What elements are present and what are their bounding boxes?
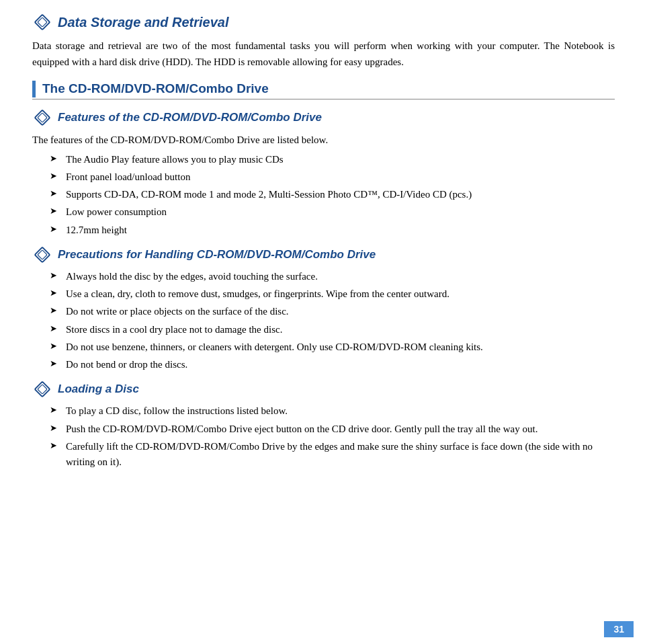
svg-rect-7 [38,385,47,394]
subsection-precautions-icon [32,245,52,265]
features-list: The Audio Play feature allows you to pla… [32,152,615,238]
loading-list: To play a CD disc, follow the instructio… [32,403,615,470]
list-item: Front panel load/unload button [52,169,615,185]
subsection-features-title-row: Features of the CD-ROM/DVD-ROM/Combo Dri… [32,108,615,128]
section-divider [32,99,615,99]
features-intro: The features of the CD-ROM/DVD-ROM/Combo… [32,132,615,148]
svg-rect-2 [35,110,50,125]
svg-rect-4 [35,247,50,263]
svg-rect-6 [35,382,50,397]
list-item: Do not use benzene, thinners, or cleaner… [52,339,615,355]
main-intro-paragraph: Data storage and retrieval are two of th… [32,38,615,70]
list-item: Always hold the disc by the edges, avoid… [52,269,615,284]
main-section-icon [32,12,52,32]
list-item: Carefully lift the CD-ROM/DVD-ROM/Combo … [52,439,615,471]
subsection-features-title: Features of the CD-ROM/DVD-ROM/Combo Dri… [58,111,322,124]
page-content: Data Storage and Retrieval Data storage … [32,12,615,470]
list-item: 12.7mm height [52,223,615,238]
list-item: Low power consumption [52,204,615,220]
list-item: Push the CD-ROM/DVD-ROM/Combo Drive ejec… [52,421,615,437]
subsection-loading-title: Loading a Disc [58,383,139,396]
list-item: Store discs in a cool dry place not to d… [52,322,615,337]
main-section-title: Data Storage and Retrieval [58,15,229,30]
list-item: The Audio Play feature allows you to pla… [52,152,615,167]
precautions-list: Always hold the disc by the edges, avoid… [32,269,615,373]
subsection-loading-title-row: Loading a Disc [32,379,615,399]
list-item: Use a clean, dry, cloth to remove dust, … [52,286,615,302]
list-item: Do not write or place objects on the sur… [52,304,615,319]
svg-rect-0 [35,15,50,30]
list-item: To play a CD disc, follow the instructio… [52,403,615,419]
main-section-title-row: Data Storage and Retrieval [32,12,615,32]
subsection-loading-icon [32,379,52,399]
page-number: 31 [604,621,634,637]
cdrom-section-title: The CD-ROM/DVD-ROM/Combo Drive [42,81,269,95]
list-item: Do not bend or drop the discs. [52,357,615,372]
subsection-precautions-title: Precautions for Handling CD-ROM/DVD-ROM/… [58,248,376,261]
list-item: Supports CD-DA, CD-ROM mode 1 and mode 2… [52,187,615,202]
cdrom-section-header: The CD-ROM/DVD-ROM/Combo Drive [32,81,615,97]
subsection-features-icon [32,108,52,128]
subsection-precautions-title-row: Precautions for Handling CD-ROM/DVD-ROM/… [32,245,615,265]
